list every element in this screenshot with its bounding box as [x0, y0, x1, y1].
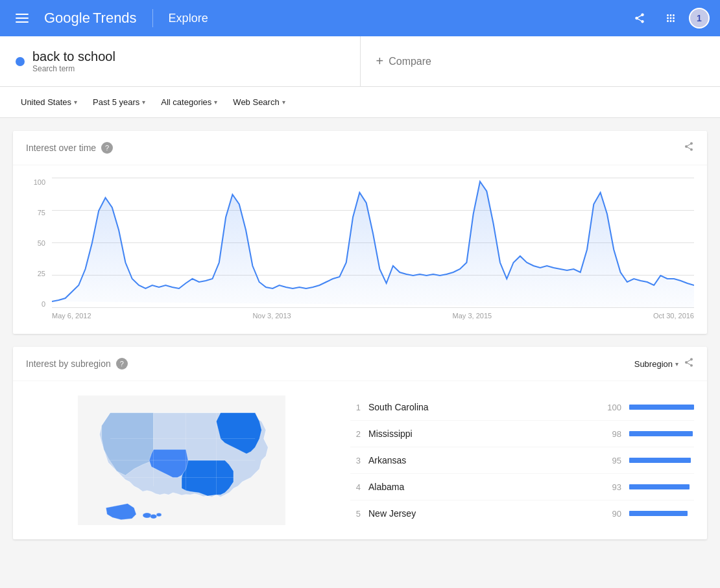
- interest-over-time-title: Interest over time: [26, 143, 96, 153]
- ranking-row-1: 1 South Carolina 100: [350, 394, 694, 421]
- rank-num-1: 1: [350, 403, 361, 412]
- share-icon-subregion[interactable]: [684, 357, 694, 370]
- filters-bar: United States ▾ Past 5 years ▾ All categ…: [0, 87, 720, 118]
- search-term: back to school: [32, 49, 115, 64]
- rank-value-4: 93: [602, 482, 621, 492]
- header-explore-label: Explore: [169, 12, 208, 25]
- compare-box[interactable]: + Compare: [361, 36, 721, 86]
- subregion-dropdown-label: Subregion: [634, 359, 673, 369]
- y-label-0: 0: [19, 300, 45, 308]
- search-type-arrow-icon: ▾: [282, 99, 285, 106]
- rank-bar-container-4: [629, 484, 694, 489]
- ranking-row-2: 2 Mississippi 98: [350, 421, 694, 447]
- svg-point-5: [150, 514, 157, 519]
- map-container: [26, 394, 337, 526]
- us-map-svg: [71, 395, 292, 525]
- rank-bar-5: [629, 511, 688, 516]
- x-label-2: May 3, 2015: [453, 312, 492, 320]
- svg-rect-0: [16, 14, 29, 15]
- header-divider: [152, 9, 153, 27]
- search-term-text: back to school Search term: [32, 49, 115, 73]
- rank-bar-1: [629, 405, 694, 410]
- region-arrow-icon: ▾: [74, 99, 77, 106]
- svg-point-4: [143, 513, 151, 518]
- y-label-100: 100: [19, 178, 45, 186]
- help-icon-interest-over-time[interactable]: ?: [101, 142, 113, 154]
- compare-label: Compare: [389, 56, 431, 67]
- category-arrow-icon: ▾: [214, 99, 217, 106]
- region-label: United States: [21, 97, 71, 107]
- svg-rect-2: [16, 21, 29, 23]
- category-label: All categories: [161, 97, 211, 107]
- subregion-header-right: Subregion ▾: [634, 357, 694, 370]
- ranking-row-5: 5 New Jersey 90: [350, 500, 694, 526]
- rank-num-2: 2: [350, 429, 361, 439]
- x-label-1: Nov 3, 2013: [252, 312, 291, 320]
- logo-google: Google: [44, 10, 90, 27]
- search-section: back to school Search term + Compare: [0, 36, 720, 87]
- rank-name-1: South Carolina: [368, 402, 594, 412]
- subregion-dropdown[interactable]: Subregion ▾: [634, 359, 678, 369]
- interest-by-subregion-card: Interest by subregion ? Subregion ▾: [13, 347, 707, 539]
- ranking-row-3: 3 Arkansas 95: [350, 447, 694, 474]
- rankings-container: 1 South Carolina 100 2 Mississippi 98: [350, 394, 694, 526]
- header-actions: 1: [627, 5, 710, 31]
- rank-name-2: Mississippi: [368, 429, 594, 439]
- y-label-75: 75: [19, 209, 45, 217]
- y-axis: 0 25 50 75 100: [19, 178, 45, 308]
- rank-value-2: 98: [602, 429, 621, 439]
- time-arrow-icon: ▾: [142, 99, 145, 106]
- rank-name-5: New Jersey: [368, 508, 594, 519]
- help-icon-subregion[interactable]: ?: [116, 358, 128, 370]
- svg-rect-1: [16, 18, 29, 19]
- rank-value-1: 100: [602, 403, 621, 412]
- share-icon-interest-over-time[interactable]: [684, 141, 694, 154]
- rank-bar-container-5: [629, 511, 694, 516]
- chart-area: 0 25 50 75 100: [52, 178, 694, 308]
- subregion-title: Interest by subregion: [26, 359, 111, 369]
- rank-bar-3: [629, 458, 691, 463]
- rank-bar-container-3: [629, 458, 694, 463]
- ranking-row-4: 4 Alabama 93: [350, 474, 694, 500]
- rank-name-4: Alabama: [368, 482, 594, 492]
- avatar-button[interactable]: 1: [689, 8, 710, 29]
- rank-bar-4: [629, 484, 690, 489]
- apps-button[interactable]: [658, 5, 684, 31]
- header: Google Trends Explore 1: [0, 0, 720, 36]
- y-label-25: 25: [19, 270, 45, 277]
- region-filter[interactable]: United States ▾: [16, 93, 82, 111]
- main-content: Interest over time ? 0 25 50 75 100: [0, 118, 720, 565]
- x-axis-labels: May 6, 2012 Nov 3, 2013 May 3, 2015 Oct …: [52, 308, 694, 320]
- compare-plus-icon: +: [376, 54, 384, 69]
- rank-name-3: Arkansas: [368, 455, 594, 465]
- svg-point-6: [156, 513, 162, 516]
- subregion-content: 1 South Carolina 100 2 Mississippi 98: [13, 381, 707, 539]
- rank-bar-container-2: [629, 431, 694, 436]
- category-filter[interactable]: All categories ▾: [156, 93, 222, 111]
- search-dot: [16, 57, 25, 66]
- rank-value-5: 90: [602, 509, 621, 519]
- y-label-50: 50: [19, 239, 45, 247]
- rank-bar-2: [629, 431, 693, 436]
- x-label-0: May 6, 2012: [52, 312, 91, 320]
- card-header-subregion: Interest by subregion ? Subregion ▾: [13, 347, 707, 381]
- search-type-filter[interactable]: Web Search ▾: [228, 93, 290, 111]
- search-term-type: Search term: [32, 64, 115, 73]
- rank-value-3: 95: [602, 456, 621, 465]
- search-type-label: Web Search: [233, 97, 279, 107]
- logo: Google Trends: [44, 10, 137, 27]
- share-button[interactable]: [627, 5, 653, 31]
- search-term-box: back to school Search term: [0, 36, 361, 86]
- rank-num-3: 3: [350, 456, 361, 465]
- interest-over-time-card: Interest over time ? 0 25 50 75 100: [13, 131, 707, 334]
- line-chart-svg: [52, 178, 694, 308]
- subregion-dropdown-arrow-icon: ▾: [675, 360, 678, 368]
- rank-bar-container-1: [629, 405, 694, 410]
- rank-num-4: 4: [350, 482, 361, 492]
- time-label: Past 5 years: [93, 97, 139, 107]
- logo-trends: Trends: [93, 10, 137, 27]
- chart-container: 0 25 50 75 100: [13, 165, 707, 334]
- menu-icon[interactable]: [10, 6, 34, 31]
- time-filter[interactable]: Past 5 years ▾: [88, 93, 150, 111]
- rank-num-5: 5: [350, 509, 361, 519]
